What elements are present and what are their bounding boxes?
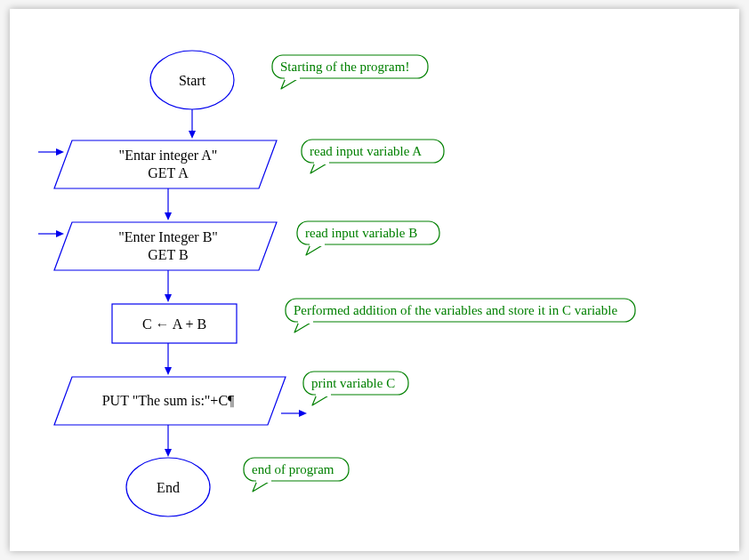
svg-marker-10 <box>165 294 172 302</box>
callout-inputA-text: read input variable A <box>310 144 422 158</box>
svg-marker-6 <box>165 212 172 220</box>
svg-rect-16 <box>316 392 331 396</box>
start-label: Start <box>179 73 206 88</box>
callout-process: Performed addition of the variables and … <box>286 299 635 332</box>
inputB-line1: "Enter Integer B" <box>118 229 218 245</box>
callout-end-text: end of program <box>252 462 334 476</box>
callout-inputB-text: read input variable B <box>305 226 417 240</box>
inputA-line1: "Entar integer A" <box>119 148 218 164</box>
callout-start: Starting of the program! <box>272 55 428 89</box>
svg-marker-14 <box>299 410 307 417</box>
end-label: End <box>157 480 180 495</box>
svg-rect-1 <box>285 76 300 80</box>
callout-end: end of program <box>244 458 349 492</box>
inputB-line2: GET B <box>148 247 188 262</box>
process-label: C ← A + B <box>142 316 206 332</box>
svg-rect-19 <box>256 478 271 483</box>
svg-marker-2 <box>189 131 196 139</box>
callout-inputA: read input variable A <box>302 140 444 173</box>
svg-rect-12 <box>298 319 313 324</box>
callout-start-text: Starting of the program! <box>280 60 409 74</box>
svg-marker-3 <box>56 148 64 156</box>
svg-marker-17 <box>165 449 172 457</box>
inputA-line2: GET A <box>148 165 189 180</box>
flowchart-svg: Start Starting of the program! "Entar in… <box>10 9 739 551</box>
callout-output-text: print variable C <box>311 376 395 390</box>
svg-rect-9 <box>310 242 325 246</box>
svg-marker-13 <box>165 367 172 375</box>
callout-output: print variable C <box>303 372 408 405</box>
callout-inputB: read input variable B <box>297 221 439 255</box>
callout-process-text: Performed addition of the variables and … <box>294 303 617 317</box>
output-label: PUT "The sum is:"+C¶ <box>102 393 235 408</box>
svg-rect-5 <box>314 160 329 164</box>
svg-marker-7 <box>56 230 64 237</box>
flowchart-diagram: Start Starting of the program! "Entar in… <box>10 9 739 551</box>
